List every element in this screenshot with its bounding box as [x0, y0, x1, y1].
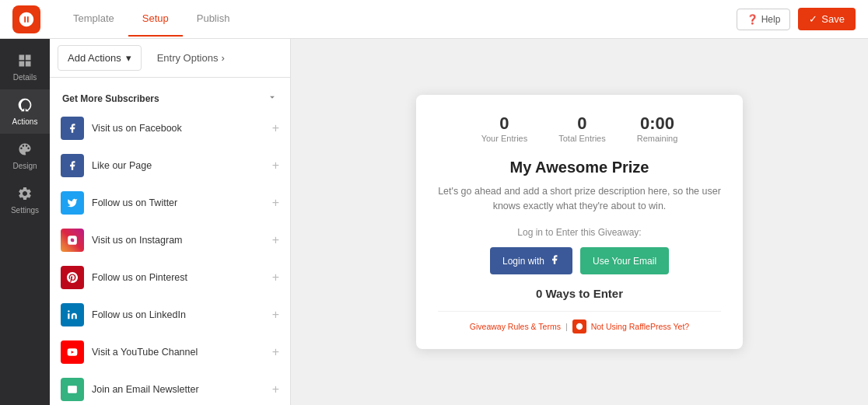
login-facebook-button[interactable]: Login with: [490, 247, 572, 274]
svg-point-2: [68, 310, 69, 312]
list-item[interactable]: Follow us on LinkedIn +: [50, 296, 290, 333]
prize-description: Let's go ahead and add a short prize des…: [438, 184, 721, 214]
footer-separator: |: [565, 322, 568, 331]
sidebar-item-settings-label: Settings: [11, 206, 39, 215]
actions-list: Get More Subscribers Visit us on Faceboo…: [50, 78, 290, 405]
help-icon: ❓: [747, 14, 758, 25]
youtube-icon: [61, 340, 84, 364]
giveaway-card: 0 Your Entries 0 Total Entries 0:00 Rema…: [416, 95, 743, 350]
sidebar-item-details[interactable]: Details: [0, 45, 50, 89]
nav-tabs: Template Setup Publish: [59, 2, 243, 37]
design-icon: [17, 141, 33, 159]
list-item[interactable]: Join an Email Newsletter +: [50, 371, 290, 405]
preview-panel: 0 Your Entries 0 Total Entries 0:00 Rema…: [291, 39, 868, 405]
tab-template[interactable]: Template: [59, 2, 128, 37]
add-icon[interactable]: +: [272, 345, 279, 359]
chevron-down-icon: [267, 92, 278, 105]
rafflepress-logo: [572, 319, 586, 333]
sidebar: Details Actions Design Settings: [0, 39, 50, 405]
grid-icon: [17, 53, 33, 70]
action-label: Visit us on Facebook: [92, 123, 264, 134]
section-get-more-subscribers: Get More Subscribers: [50, 84, 290, 110]
actions-panel: Add Actions ▾ Entry Options › Get More S…: [50, 39, 291, 405]
your-entries-label: Your Entries: [481, 134, 528, 143]
action-label: Like our Page: [92, 160, 264, 171]
your-entries-value: 0: [481, 113, 528, 134]
action-label: Join an Email Newsletter: [92, 384, 264, 395]
list-item[interactable]: Follow us on Pinterest +: [50, 259, 290, 296]
not-using-rafflepress-link[interactable]: Not Using RafflePress Yet?: [591, 322, 689, 331]
sidebar-item-settings[interactable]: Settings: [0, 178, 50, 222]
list-item[interactable]: Like our Page +: [50, 147, 290, 184]
giveaway-rules-link[interactable]: Giveaway Rules & Terms: [470, 322, 561, 331]
actions-toolbar: Add Actions ▾ Entry Options ›: [50, 39, 290, 78]
save-button[interactable]: ✓ Save: [798, 8, 856, 30]
tab-setup[interactable]: Setup: [128, 2, 183, 37]
action-label: Follow us on Twitter: [92, 197, 264, 208]
linkedin-icon: [61, 303, 84, 326]
chevron-right-icon: ›: [221, 52, 224, 64]
tab-publish[interactable]: Publish: [183, 2, 244, 37]
save-label: Save: [821, 13, 845, 25]
nav-right: ❓ Help ✓ Save: [737, 8, 856, 30]
actions-icon: [17, 97, 33, 114]
stats-row: 0 Your Entries 0 Total Entries 0:00 Rema…: [438, 113, 721, 143]
logo[interactable]: [12, 5, 40, 33]
action-label: Follow us on Pinterest: [92, 272, 264, 283]
list-item[interactable]: Follow us on Twitter +: [50, 184, 290, 222]
add-icon[interactable]: +: [272, 159, 279, 173]
list-item[interactable]: Visit a YouTube Channel +: [50, 333, 290, 371]
sidebar-item-actions-label: Actions: [12, 117, 38, 126]
add-icon[interactable]: +: [272, 271, 279, 285]
top-nav: Template Setup Publish ❓ Help ✓ Save: [0, 0, 868, 39]
sidebar-item-design-label: Design: [12, 162, 37, 170]
help-label: Help: [761, 14, 781, 25]
list-item[interactable]: Visit us on Instagram +: [50, 222, 290, 259]
list-item[interactable]: Visit us on Facebook +: [50, 110, 290, 147]
card-footer: Giveaway Rules & Terms | Not Using Raffl…: [438, 311, 721, 333]
action-label: Visit a YouTube Channel: [92, 347, 264, 358]
add-icon[interactable]: +: [272, 382, 279, 396]
stat-your-entries: 0 Your Entries: [481, 113, 528, 143]
action-label: Follow us on LinkedIn: [92, 309, 264, 320]
chevron-down-icon: ▾: [126, 52, 131, 64]
use-email-label: Use Your Email: [593, 256, 656, 267]
facebook-icon: [549, 254, 560, 267]
stat-total-entries: 0 Total Entries: [558, 113, 606, 143]
entry-options-button[interactable]: Entry Options ›: [148, 46, 234, 70]
add-actions-label: Add Actions: [68, 52, 121, 64]
total-entries-value: 0: [558, 113, 606, 134]
login-email-button[interactable]: Use Your Email: [580, 247, 669, 274]
login-buttons: Login with Use Your Email: [438, 247, 721, 274]
facebook-icon: [61, 117, 84, 140]
sidebar-item-design[interactable]: Design: [0, 134, 50, 178]
settings-icon: [17, 186, 33, 203]
help-button[interactable]: ❓ Help: [737, 9, 791, 30]
section-label: Get More Subscribers: [62, 93, 159, 104]
sidebar-item-details-label: Details: [13, 73, 37, 82]
nav-left: Template Setup Publish: [12, 2, 243, 37]
save-icon: ✓: [809, 13, 817, 25]
total-entries-label: Total Entries: [558, 134, 606, 143]
prize-title: My Awesome Prize: [438, 159, 721, 176]
ways-to-enter: 0 Ways to Enter: [438, 287, 721, 300]
twitter-icon: [61, 191, 84, 215]
email-icon: [61, 378, 84, 401]
action-label: Visit us on Instagram: [92, 235, 264, 246]
login-prompt: Log in to Enter this Giveaway:: [438, 227, 721, 238]
instagram-icon: [61, 229, 84, 252]
add-actions-button[interactable]: Add Actions ▾: [58, 45, 142, 71]
main-content: Details Actions Design Settings Add Acti…: [0, 39, 868, 405]
add-icon[interactable]: +: [272, 121, 279, 135]
add-icon[interactable]: +: [272, 233, 279, 247]
pinterest-icon: [61, 266, 84, 289]
remaining-value: 0:00: [637, 113, 678, 134]
login-with-label: Login with: [502, 256, 544, 267]
remaining-label: Remaining: [637, 134, 678, 143]
facebook-icon: [61, 154, 84, 177]
add-icon[interactable]: +: [272, 196, 279, 210]
entry-options-label: Entry Options: [157, 52, 219, 64]
sidebar-item-actions[interactable]: Actions: [0, 89, 50, 134]
stat-remaining: 0:00 Remaining: [637, 113, 678, 143]
add-icon[interactable]: +: [272, 308, 279, 322]
